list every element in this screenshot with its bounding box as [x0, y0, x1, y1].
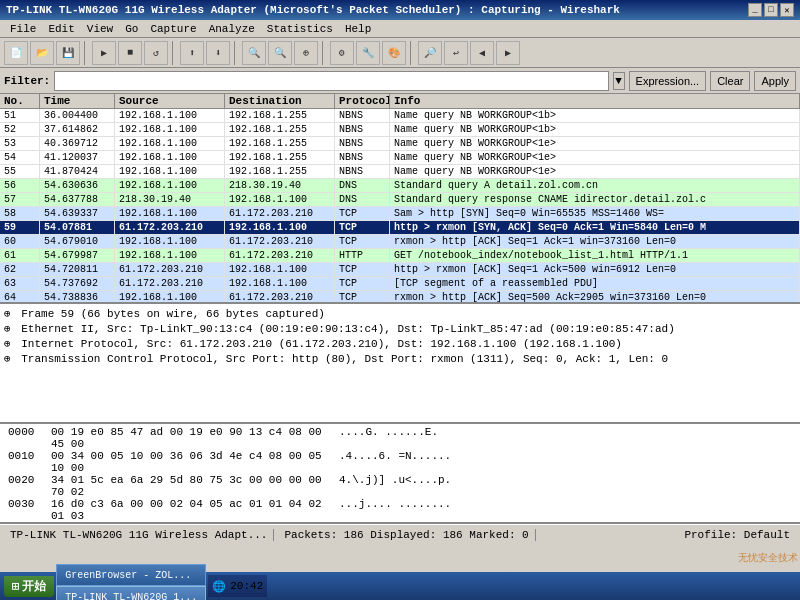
menu-item-analyze[interactable]: Analyze	[203, 22, 261, 36]
titlebar: TP-LINK TL-WN620G 11G Wireless Adapter (…	[0, 0, 800, 20]
table-row[interactable]: 61 54.679987 192.168.1.100 61.172.203.21…	[0, 249, 800, 263]
find[interactable]: 🔎	[418, 41, 442, 65]
zoom-out[interactable]: 🔍	[268, 41, 292, 65]
cell-info: rxmon > http [ACK] Seq=1 Ack=1 win=37316…	[390, 235, 800, 248]
colorize[interactable]: 🎨	[382, 41, 406, 65]
table-row[interactable]: 64 54.738836 192.168.1.100 61.172.203.21…	[0, 291, 800, 304]
filter-btn[interactable]: 🔧	[356, 41, 380, 65]
cell-src: 192.168.1.100	[115, 291, 225, 304]
menu-item-statistics[interactable]: Statistics	[261, 22, 339, 36]
cell-dst: 192.168.1.100	[225, 277, 335, 290]
next[interactable]: ▶	[496, 41, 520, 65]
table-row[interactable]: 58 54.639337 192.168.1.100 61.172.203.21…	[0, 207, 800, 221]
capture-restart[interactable]: ↺	[144, 41, 168, 65]
capture-stop[interactable]: ■	[118, 41, 142, 65]
cell-src: 192.168.1.100	[115, 179, 225, 192]
watermark: 无忧安全技术	[738, 551, 798, 565]
scroll-down[interactable]: ⬇	[206, 41, 230, 65]
menu-item-capture[interactable]: Capture	[144, 22, 202, 36]
hex-offset: 0010	[8, 450, 43, 474]
apply-button[interactable]: Apply	[754, 71, 796, 91]
col-proto-header[interactable]: Protocol	[335, 94, 390, 108]
cell-time: 41.870424	[40, 165, 115, 178]
cell-no: 55	[0, 165, 40, 178]
cell-info: Name query NB WORKGROUP<1e>	[390, 137, 800, 150]
start-button[interactable]: ⊞ 开始	[4, 576, 54, 597]
detail-ip[interactable]: ⊕ Internet Protocol, Src: 61.172.203.210…	[4, 336, 796, 351]
menu-item-help[interactable]: Help	[339, 22, 377, 36]
cell-info: http > rxmon [ACK] Seq=1 Ack=500 win=691…	[390, 263, 800, 276]
cell-time: 36.004400	[40, 109, 115, 122]
table-row[interactable]: 63 54.737692 61.172.203.210 192.168.1.10…	[0, 277, 800, 291]
cell-info: rxmon > http [ACK] Seq=500 Ack=2905 win=…	[390, 291, 800, 304]
packet-header: No. Time Source Destination Protocol Inf…	[0, 94, 800, 109]
open-button[interactable]: 📂	[30, 41, 54, 65]
col-time-header[interactable]: Time	[40, 94, 115, 108]
taskbar-item[interactable]: TP-LINK TL-WN620G 1...	[56, 586, 206, 600]
col-src-header[interactable]: Source	[115, 94, 225, 108]
zoom-normal[interactable]: ⊕	[294, 41, 318, 65]
packet-detail: ⊕ Frame 59 (66 bytes on wire, 66 bytes c…	[0, 304, 800, 424]
statusbar: TP-LINK TL-WN620G 11G Wireless Adapt... …	[0, 524, 800, 544]
maximize-button[interactable]: □	[764, 3, 778, 17]
hex-row: 0000 00 19 e0 85 47 ad 00 19 e0 90 13 c4…	[8, 426, 792, 450]
expression-button[interactable]: Expression...	[629, 71, 707, 91]
cell-proto: HTTP	[335, 249, 390, 262]
goto[interactable]: ↩	[444, 41, 468, 65]
new-button[interactable]: 📄	[4, 41, 28, 65]
table-row[interactable]: 57 54.637788 218.30.19.40 192.168.1.100 …	[0, 193, 800, 207]
capture-opts[interactable]: ⚙	[330, 41, 354, 65]
cell-time: 54.07881	[40, 221, 115, 234]
systray: 🌐 20:42	[208, 575, 267, 597]
detail-ethernet[interactable]: ⊕ Ethernet II, Src: Tp-LinkT_90:13:c4 (0…	[4, 321, 796, 336]
cell-src: 61.172.203.210	[115, 263, 225, 276]
frame-text: Frame 59 (66 bytes on wire, 66 bytes cap…	[21, 308, 325, 320]
close-button[interactable]: ✕	[780, 3, 794, 17]
zoom-in[interactable]: 🔍	[242, 41, 266, 65]
cell-src: 192.168.1.100	[115, 207, 225, 220]
hex-bytes: 16 d0 c3 6a 00 00 02 04 05 ac 01 01 04 0…	[51, 498, 331, 522]
cell-dst: 61.172.203.210	[225, 249, 335, 262]
prev[interactable]: ◀	[470, 41, 494, 65]
scroll-up[interactable]: ⬆	[180, 41, 204, 65]
table-row[interactable]: 60 54.679010 192.168.1.100 61.172.203.21…	[0, 235, 800, 249]
menu-item-edit[interactable]: Edit	[42, 22, 80, 36]
capture-start[interactable]: ▶	[92, 41, 116, 65]
menu-item-go[interactable]: Go	[119, 22, 144, 36]
table-row[interactable]: 53 40.369712 192.168.1.100 192.168.1.255…	[0, 137, 800, 151]
taskbar-items: GreenBrowser - ZOL...TP-LINK TL-WN620G 1…	[56, 564, 206, 600]
detail-frame[interactable]: ⊕ Frame 59 (66 bytes on wire, 66 bytes c…	[4, 306, 796, 321]
table-row[interactable]: 51 36.004400 192.168.1.100 192.168.1.255…	[0, 109, 800, 123]
col-info-header[interactable]: Info	[390, 94, 800, 108]
cell-proto: TCP	[335, 221, 390, 234]
col-no-header[interactable]: No.	[0, 94, 40, 108]
menu-item-view[interactable]: View	[81, 22, 119, 36]
table-row[interactable]: 52 37.614862 192.168.1.100 192.168.1.255…	[0, 123, 800, 137]
menu-item-file[interactable]: File	[4, 22, 42, 36]
expand-ethernet-icon: ⊕	[4, 323, 11, 335]
minimize-button[interactable]: _	[748, 3, 762, 17]
hex-bytes: 34 01 5c ea 6a 29 5d 80 75 3c 00 00 00 0…	[51, 474, 331, 498]
detail-tcp[interactable]: ⊕ Transmission Control Protocol, Src Por…	[4, 351, 796, 366]
cell-info: [TCP segment of a reassembled PDU]	[390, 277, 800, 290]
taskbar-item[interactable]: GreenBrowser - ZOL...	[56, 564, 206, 586]
cell-no: 59	[0, 221, 40, 234]
cell-src: 192.168.1.100	[115, 165, 225, 178]
col-dst-header[interactable]: Destination	[225, 94, 335, 108]
table-row[interactable]: 62 54.720811 61.172.203.210 192.168.1.10…	[0, 263, 800, 277]
sep4	[322, 41, 326, 65]
table-row[interactable]: 55 41.870424 192.168.1.100 192.168.1.255…	[0, 165, 800, 179]
cell-proto: TCP	[335, 277, 390, 290]
packet-list: No. Time Source Destination Protocol Inf…	[0, 94, 800, 304]
table-row[interactable]: 59 54.07881 61.172.203.210 192.168.1.100…	[0, 221, 800, 235]
filter-label: Filter:	[4, 75, 50, 87]
filter-input[interactable]	[54, 71, 608, 91]
packet-rows: 51 36.004400 192.168.1.100 192.168.1.255…	[0, 109, 800, 304]
table-row[interactable]: 56 54.630636 192.168.1.100 218.30.19.40 …	[0, 179, 800, 193]
clear-button[interactable]: Clear	[710, 71, 750, 91]
save-button[interactable]: 💾	[56, 41, 80, 65]
sep3	[234, 41, 238, 65]
filter-dropdown[interactable]: ▼	[613, 72, 625, 90]
cell-time: 54.679987	[40, 249, 115, 262]
table-row[interactable]: 54 41.120037 192.168.1.100 192.168.1.255…	[0, 151, 800, 165]
